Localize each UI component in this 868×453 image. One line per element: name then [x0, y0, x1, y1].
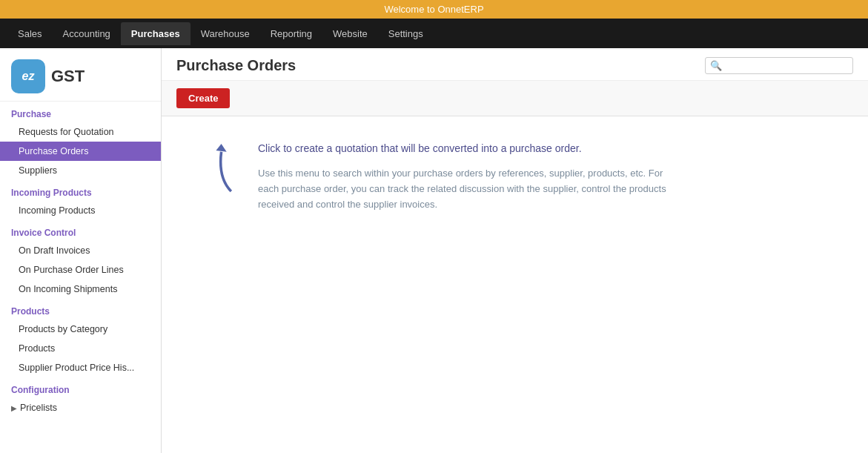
welcome-bar: Welcome to OnnetERP [0, 0, 868, 19]
up-arrow-icon [206, 139, 243, 198]
main-layout: GST Purchase Requests for Quotation Purc… [0, 48, 868, 453]
sidebar-item-incoming-shipments[interactable]: On Incoming Shipments [0, 280, 161, 299]
search-icon: 🔍 [710, 60, 722, 71]
create-button[interactable]: Create [176, 88, 230, 108]
help-text-container: Click to create a quotation that will be… [258, 139, 673, 212]
arrow-icon-container [206, 139, 243, 200]
sidebar-item-incoming-products[interactable]: Incoming Products [0, 201, 161, 220]
help-content: Click to create a quotation that will be… [162, 116, 868, 227]
sidebar-item-supplier-price[interactable]: Supplier Product Price His... [0, 358, 161, 377]
svg-marker-1 [216, 144, 226, 152]
nav-item-settings[interactable]: Settings [378, 22, 434, 45]
nav-item-reporting[interactable]: Reporting [260, 22, 322, 45]
nav-bar: Sales Accounting Purchases Warehouse Rep… [0, 19, 868, 48]
nav-item-warehouse[interactable]: Warehouse [191, 22, 260, 45]
pricelists-label: Pricelists [20, 403, 57, 413]
nav-item-accounting[interactable]: Accounting [53, 22, 121, 45]
sidebar-section-invoice-control: Invoice Control [0, 220, 161, 241]
help-text-secondary: Use this menu to search within your purc… [258, 166, 673, 212]
sidebar-section-configuration: Configuration [0, 377, 161, 398]
toolbar: Create [162, 81, 868, 116]
arrow-right-icon: ▶ [11, 404, 17, 412]
sidebar-section-incoming-products: Incoming Products [0, 180, 161, 201]
sidebar-item-draft-invoices[interactable]: On Draft Invoices [0, 241, 161, 260]
logo-icon [11, 59, 45, 93]
nav-item-sales[interactable]: Sales [7, 22, 53, 45]
sidebar-item-po-lines[interactable]: On Purchase Order Lines [0, 260, 161, 280]
sidebar-section-products: Products [0, 299, 161, 320]
sidebar-item-rfq[interactable]: Requests for Quotation [0, 122, 161, 142]
nav-item-website[interactable]: Website [322, 22, 378, 45]
welcome-text: Welcome to OnnetERP [384, 4, 483, 15]
sidebar: GST Purchase Requests for Quotation Purc… [0, 48, 162, 453]
content-header: Purchase Orders 🔍 [162, 48, 868, 81]
nav-item-purchases[interactable]: Purchases [121, 22, 191, 45]
logo-text: GST [51, 67, 85, 86]
content-area: Purchase Orders 🔍 Create [162, 48, 868, 453]
search-input[interactable] [725, 61, 848, 71]
logo-area: GST [0, 48, 161, 102]
sidebar-item-products-by-category[interactable]: Products by Category [0, 320, 161, 339]
sidebar-item-products[interactable]: Products [0, 339, 161, 358]
sidebar-item-pricelists[interactable]: ▶ Pricelists [0, 398, 161, 417]
sidebar-item-suppliers[interactable]: Suppliers [0, 161, 161, 180]
help-text-primary: Click to create a quotation that will be… [258, 142, 673, 154]
search-box[interactable]: 🔍 [705, 57, 853, 74]
sidebar-section-purchase: Purchase [0, 102, 161, 122]
page-title: Purchase Orders [176, 57, 296, 74]
sidebar-item-purchase-orders[interactable]: Purchase Orders [0, 142, 161, 161]
